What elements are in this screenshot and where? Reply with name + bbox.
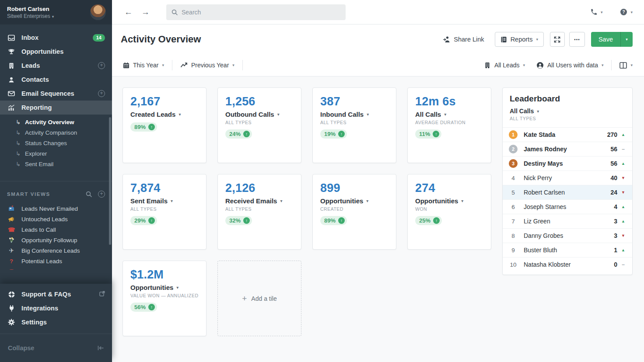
branch-arrow-icon: ↳ xyxy=(16,119,21,125)
sidebar-item-email-sequences[interactable]: Email Sequences + xyxy=(0,87,112,101)
avatar[interactable] xyxy=(90,4,106,20)
more-actions-button[interactable]: ••• xyxy=(569,32,585,47)
delta-badge: 89%↑ xyxy=(130,122,157,132)
tile-metric-dropdown[interactable]: Sent Emails▾ xyxy=(130,197,199,205)
chevron-down-icon: ▾ xyxy=(178,112,181,117)
delta-badge: 19%↑ xyxy=(320,129,347,139)
org-name[interactable]: Sitwell Enterprises▾ xyxy=(7,13,90,19)
global-search[interactable] xyxy=(166,4,346,20)
person-icon xyxy=(7,77,16,83)
tile-metric-dropdown[interactable]: Inbound Calls▾ xyxy=(320,111,388,118)
fullscreen-button[interactable] xyxy=(550,32,565,47)
save-dropdown-button[interactable]: ▾ xyxy=(620,32,633,47)
chevron-down-icon: ▾ xyxy=(277,112,280,117)
subnav-explorer[interactable]: ↳ Explorer xyxy=(0,148,112,159)
subnav-activity-comparison[interactable]: ↳ Activity Comparison xyxy=(0,127,112,138)
search-input[interactable] xyxy=(182,9,340,16)
sidebar-item-reporting[interactable]: Reporting xyxy=(0,101,112,115)
leaderboard-title: Leaderboard xyxy=(510,94,625,104)
tile-metric-dropdown[interactable]: All Calls▾ xyxy=(415,111,483,118)
smart-view-big-conference-leads[interactable]: ✈ Big Conference Leads xyxy=(0,245,112,256)
subnav-sent-email[interactable]: ↳ Sent Email xyxy=(0,159,112,169)
up-arrow-icon: ↑ xyxy=(148,217,155,224)
metric-value: 3 xyxy=(614,232,617,239)
leaderboard-metric-dropdown[interactable]: All Calls ▾ xyxy=(510,108,625,115)
calendar-icon xyxy=(123,62,130,69)
subnav-activity-overview[interactable]: ↳ Activity Overview xyxy=(0,117,112,127)
leaderboard-row[interactable]: 8 Danny Grobes 3 ▼ xyxy=(503,228,632,243)
smart-view-leads-never-emailed[interactable]: Leads Never Emailed xyxy=(0,203,112,214)
smart-view-leads-to-call[interactable]: ☎ Leads to Call xyxy=(0,224,112,235)
sidebar-nav: Inbox 14 Opportunities Leads + Contacts … xyxy=(0,31,112,115)
user-name: Robert Carlsen xyxy=(7,6,90,12)
users-filter-dropdown[interactable]: All Users with data ▾ xyxy=(536,62,603,69)
expand-icon xyxy=(554,36,560,43)
rank-badge: 9 xyxy=(509,246,518,254)
smart-view-opportunity-followup[interactable]: Opportunity Followup xyxy=(0,235,112,245)
comparison-dropdown[interactable]: Previous Year ▾ xyxy=(180,62,234,69)
smart-view-untouched-leads[interactable]: Untouched Leads xyxy=(0,214,112,224)
phone-menu[interactable]: ▾ xyxy=(590,8,603,16)
add-lead-button[interactable]: + xyxy=(98,62,105,69)
delta-badge: 89%↑ xyxy=(320,216,347,225)
tile-metric-dropdown[interactable]: Outbound Calls▾ xyxy=(225,111,294,118)
user-name: Robert Carlsen xyxy=(524,189,610,196)
leaderboard-row[interactable]: 10 Natasha Klobster 0 – xyxy=(503,257,632,272)
search-icon[interactable] xyxy=(86,191,92,197)
leaderboard-row[interactable]: 7 Liz Green 3 ▲ xyxy=(503,214,632,228)
sidebar-item-support[interactable]: Support & FAQs xyxy=(0,287,112,301)
leads-filter-dropdown[interactable]: All Leads ▾ xyxy=(484,62,525,69)
smart-view-potential-leads[interactable]: ? Potential Leads xyxy=(0,256,112,266)
sidebar-item-contacts[interactable]: Contacts xyxy=(0,73,112,87)
subnav-status-changes[interactable]: ↳ Status Changes xyxy=(0,138,112,148)
tile-subtitle: CREATED xyxy=(320,206,388,212)
tile-metric-dropdown[interactable]: Received Emails▾ xyxy=(225,197,294,205)
sidebar-divider xyxy=(0,181,112,181)
add-smart-view-button[interactable]: + xyxy=(98,191,105,198)
leaderboard-row[interactable]: 9 Buster Bluth 1 ▲ xyxy=(503,243,632,257)
tile-metric-dropdown[interactable]: Opportunities▾ xyxy=(415,197,483,205)
help-menu[interactable]: ? ▾ xyxy=(620,8,633,16)
sidebar-item-leads[interactable]: Leads + xyxy=(0,59,112,73)
back-button[interactable]: ← xyxy=(124,7,141,17)
tile-metric-dropdown[interactable]: Created Leads▾ xyxy=(130,111,199,118)
reports-dropdown[interactable]: Reports ▾ xyxy=(495,32,544,47)
leaderboard-row[interactable]: 3 Destiny Mays 56 ▲ xyxy=(503,156,632,171)
sidebar-item-inbox[interactable]: Inbox 14 xyxy=(0,31,112,45)
date-range-dropdown[interactable]: This Year ▾ xyxy=(123,62,164,69)
delta-badge: 25%↑ xyxy=(415,216,442,225)
plug-icon xyxy=(7,305,16,312)
smart-view-daily-call-list[interactable]: ☎ Daily Call List xyxy=(0,266,112,270)
ellipsis-icon: ••• xyxy=(574,37,580,42)
sidebar-item-settings[interactable]: Settings xyxy=(0,315,112,329)
leaderboard-row[interactable]: 2 James Rodney 56 – xyxy=(503,142,632,156)
sidebar-item-opportunities[interactable]: Opportunities xyxy=(0,45,112,59)
account-switcher[interactable]: Robert Carlsen Sitwell Enterprises▾ xyxy=(0,0,112,24)
chevron-down-icon: ▾ xyxy=(280,198,282,203)
forward-button[interactable]: → xyxy=(141,7,158,17)
chevron-down-icon: ▾ xyxy=(171,198,173,203)
add-tile-button[interactable]: + Add a tile xyxy=(217,261,301,336)
branch-arrow-icon: ↳ xyxy=(16,161,21,167)
collapse-sidebar-button[interactable]: Collapse xyxy=(0,334,112,362)
user-name: Buster Bluth xyxy=(524,247,614,254)
tile-metric-dropdown[interactable]: Opportunities▾ xyxy=(320,197,388,205)
leaderboard-row[interactable]: 5 Robert Carlsen 24 ▼ xyxy=(503,185,632,199)
save-button[interactable]: Save xyxy=(591,32,620,47)
add-sequence-button[interactable]: + xyxy=(98,90,105,97)
share-link-button[interactable]: Share Link xyxy=(443,36,484,43)
sidebar-scrollbar[interactable] xyxy=(109,117,111,245)
layout-columns-dropdown[interactable]: ▾ xyxy=(620,62,633,69)
sidebar-item-integrations[interactable]: Integrations xyxy=(0,301,112,315)
leaderboard-row[interactable]: 4 Nick Perry 40 ▼ xyxy=(503,171,632,185)
tile-metric-dropdown[interactable]: Opportunities▾ xyxy=(130,284,199,291)
external-link-icon xyxy=(99,290,105,298)
leaderboard-row[interactable]: 1 Kate Stada 270 ▲ xyxy=(503,127,632,142)
trophy-icon xyxy=(7,49,16,55)
tile-subtitle: ALL TYPES xyxy=(130,206,199,212)
metric-value: 1 xyxy=(614,247,617,254)
search-icon xyxy=(172,9,178,15)
tile-value: 899 xyxy=(320,181,388,195)
chevron-down-icon: ▾ xyxy=(630,63,633,67)
leaderboard-row[interactable]: 6 Joseph Starnes 4 ▲ xyxy=(503,199,632,214)
